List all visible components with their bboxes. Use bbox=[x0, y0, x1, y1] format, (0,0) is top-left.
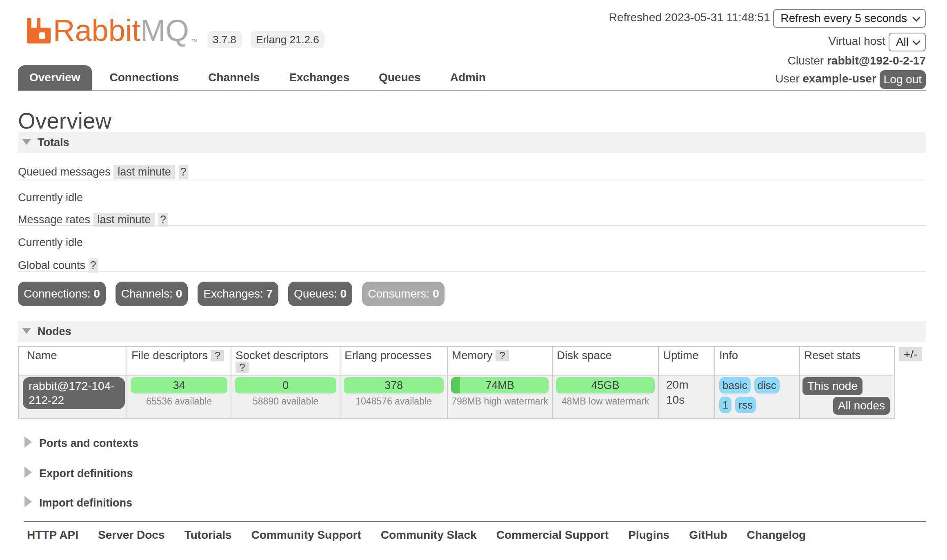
svg-text:RabbitMQ: RabbitMQ bbox=[53, 18, 189, 47]
svg-text:™: ™ bbox=[191, 38, 198, 45]
